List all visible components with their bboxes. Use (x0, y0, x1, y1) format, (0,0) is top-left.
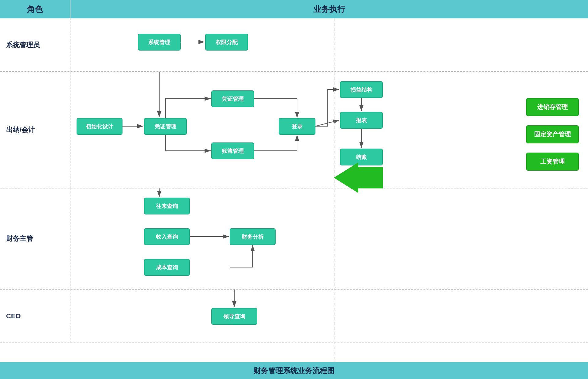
page-wrapper: 角色 业务执行 系统管理员 系统管理 权限分配 (0, 0, 588, 379)
svg-marker-13 (334, 162, 383, 193)
box-profit-struct: 损益结构 (340, 81, 383, 98)
arrows-ceo (70, 290, 588, 343)
lane-label-cashier: 出纳/会计 (0, 72, 70, 188)
main-content: 系统管理员 系统管理 权限分配 (0, 18, 588, 362)
box-transaction-query: 往来查询 (144, 198, 190, 214)
box-report: 报表 (340, 112, 383, 129)
lane-cashier: 出纳/会计 初始化设计 凭证管理 凭证管理 账簿管理 登录 损益结构 报表 结账 (0, 72, 588, 188)
big-green-arrow (334, 162, 395, 194)
box-voucher-mgmt1: 凭证管理 (144, 118, 187, 135)
right-panel: 进销存管理 固定资产管理 工资管理 (526, 98, 579, 171)
box-login: 登录 (279, 118, 315, 135)
box-income-query: 收入查询 (144, 228, 190, 245)
box-finance-analysis: 财务分析 (230, 228, 276, 245)
lane-label-finance: 财务主管 (0, 188, 70, 289)
lane-sysadmin: 系统管理员 系统管理 权限分配 (0, 18, 588, 72)
lane-ceo: CEO 领导查询 (0, 290, 588, 343)
box-asset-mgmt: 固定资产管理 (526, 125, 579, 143)
box-salary-mgmt: 工资管理 (526, 153, 579, 171)
header-exec-label: 业务执行 (70, 0, 588, 18)
box-init-design: 初始化设计 (77, 118, 123, 135)
box-voucher-mgmt2: 凭证管理 (211, 90, 254, 107)
box-cost-query: 成本查询 (144, 259, 190, 276)
lane-finance: 财务主管 往来查询 收入查询 成本查询 财务分析 (0, 188, 588, 290)
top-header: 角色 业务执行 (0, 0, 588, 18)
lane-body-finance: 往来查询 收入查询 成本查询 财务分析 (70, 188, 588, 289)
lane-label-ceo: CEO (0, 290, 70, 343)
box-sys-mgmt: 系统管理 (138, 34, 181, 51)
lane-body-sysadmin: 系统管理 权限分配 (70, 18, 588, 71)
box-auth-assign: 权限分配 (205, 34, 248, 51)
bottom-footer: 财务管理系统业务流程图 (0, 362, 588, 379)
lane-label-sysadmin: 系统管理员 (0, 18, 70, 71)
svg-line-5 (315, 120, 339, 126)
box-leader-query: 领导查询 (211, 308, 257, 325)
lane-body-cashier: 初始化设计 凭证管理 凭证管理 账簿管理 登录 损益结构 报表 结账 (70, 72, 588, 188)
header-role-label: 角色 (0, 0, 70, 18)
lane-body-ceo: 领导查询 (70, 290, 588, 343)
box-account-mgmt: 账簿管理 (211, 142, 254, 159)
box-inventory-mgmt: 进销存管理 (526, 98, 579, 116)
